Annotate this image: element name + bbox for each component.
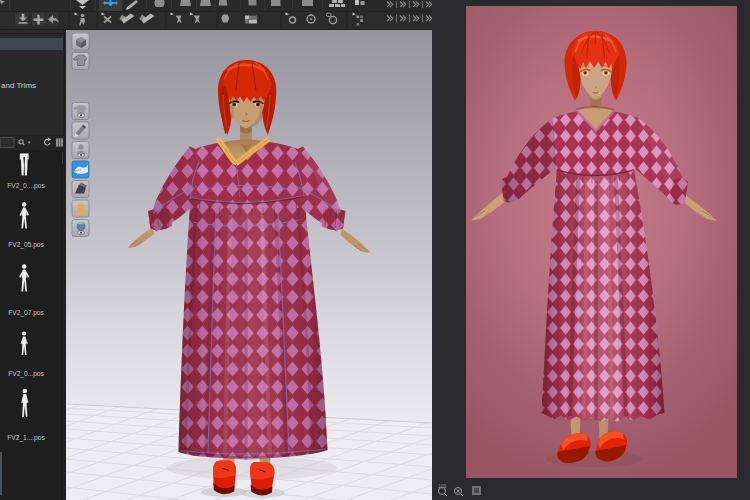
svg-text:FV2_0....pos: FV2_0....pos — [7, 182, 45, 190]
svg-text:FV2_05.pos: FV2_05.pos — [8, 241, 44, 249]
svg-text:FV2_0...pos: FV2_0...pos — [8, 370, 44, 378]
svg-text:100: 100 — [438, 483, 447, 489]
svg-text:FV2_1....pos: FV2_1....pos — [7, 434, 45, 442]
svg-text:FV2_07.pos: FV2_07.pos — [8, 309, 44, 317]
